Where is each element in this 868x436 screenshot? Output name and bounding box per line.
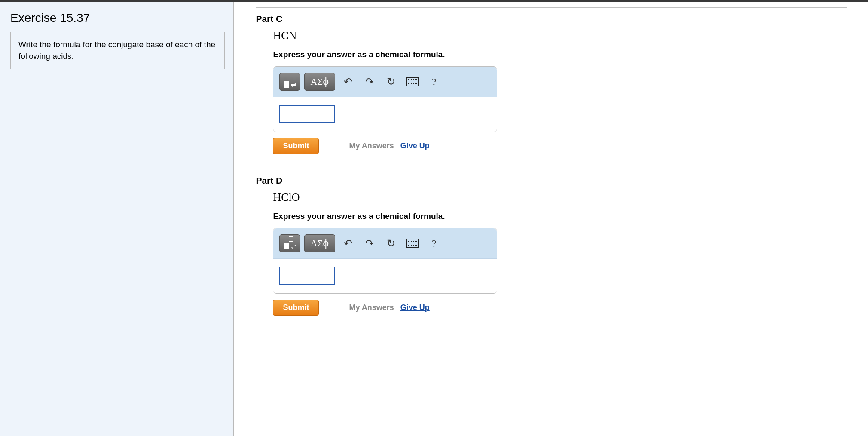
- input-area: [273, 97, 497, 132]
- divider: [256, 169, 847, 169]
- answer-box: ⇌ ΑΣϕ ↶ ↷ ↻ ?: [273, 228, 497, 294]
- undo-icon[interactable]: ↶: [339, 73, 357, 90]
- answer-instruction: Express your answer as a chemical formul…: [273, 212, 847, 221]
- templates-icon: ⇌: [284, 76, 296, 88]
- submit-button[interactable]: Submit: [273, 138, 319, 154]
- redo-icon[interactable]: ↷: [361, 73, 378, 90]
- formula-input[interactable]: [279, 105, 335, 123]
- give-up-link[interactable]: Give Up: [400, 303, 430, 312]
- greek-symbols-button[interactable]: ΑΣϕ: [304, 234, 335, 252]
- reset-icon[interactable]: ↻: [382, 235, 400, 252]
- keyboard-icon[interactable]: [404, 73, 421, 90]
- part-d: Part D HClO Express your answer as a che…: [256, 175, 847, 316]
- formula-input[interactable]: [279, 267, 335, 285]
- exercise-instructions: Write the formula for the conjugate base…: [10, 32, 225, 69]
- part-c: Part C HCN Express your answer as a chem…: [256, 14, 847, 154]
- answer-instruction: Express your answer as a chemical formul…: [273, 50, 847, 59]
- give-up-link[interactable]: Give Up: [400, 141, 430, 150]
- exercise-title: Exercise 15.37: [10, 11, 225, 25]
- keyboard-icon[interactable]: [404, 235, 421, 252]
- formula-toolbar: ⇌ ΑΣϕ ↶ ↷ ↻ ?: [273, 228, 497, 259]
- action-row: Submit My Answers Give Up: [273, 300, 847, 316]
- action-row: Submit My Answers Give Up: [273, 138, 847, 154]
- my-answers-link[interactable]: My Answers: [349, 141, 394, 150]
- undo-icon[interactable]: ↶: [339, 235, 357, 252]
- chemistry-templates-button[interactable]: ⇌: [279, 73, 300, 91]
- submit-button[interactable]: Submit: [273, 300, 319, 316]
- templates-icon: ⇌: [284, 237, 296, 249]
- reset-icon[interactable]: ↻: [382, 73, 400, 90]
- chem-formula-prompt: HClO: [273, 191, 847, 204]
- redo-icon[interactable]: ↷: [361, 235, 378, 252]
- part-content: HClO Express your answer as a chemical f…: [256, 191, 847, 316]
- help-icon[interactable]: ?: [425, 235, 443, 252]
- answer-box: ⇌ ΑΣϕ ↶ ↷ ↻ ?: [273, 66, 497, 132]
- left-panel: Exercise 15.37 Write the formula for the…: [0, 2, 234, 436]
- right-panel: Part C HCN Express your answer as a chem…: [234, 2, 868, 436]
- my-answers-link[interactable]: My Answers: [349, 303, 394, 312]
- chemistry-templates-button[interactable]: ⇌: [279, 234, 300, 252]
- chem-formula-prompt: HCN: [273, 29, 847, 42]
- input-area: [273, 259, 497, 293]
- greek-symbols-button[interactable]: ΑΣϕ: [304, 73, 335, 91]
- part-content: HCN Express your answer as a chemical fo…: [256, 29, 847, 154]
- part-title: Part D: [256, 175, 847, 186]
- formula-toolbar: ⇌ ΑΣϕ ↶ ↷ ↻ ?: [273, 67, 497, 97]
- divider: [256, 7, 847, 8]
- help-icon[interactable]: ?: [425, 73, 443, 90]
- part-title: Part C: [256, 14, 847, 24]
